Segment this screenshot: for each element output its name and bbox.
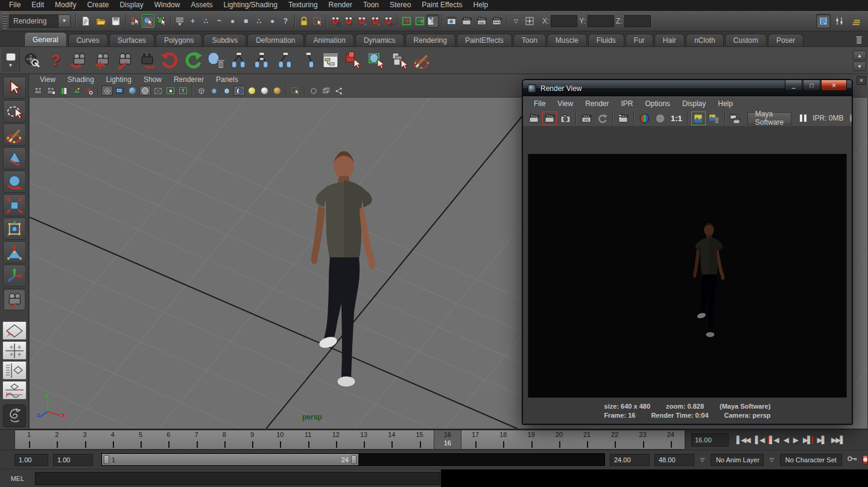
lock-selection-icon[interactable] — [297, 14, 310, 28]
select-curves-mask-icon[interactable]: ~ — [213, 14, 226, 28]
minimize-button[interactable]: – — [785, 80, 802, 91]
attribute-editor-toggle-icon[interactable] — [816, 14, 831, 28]
four-pane-layout-button[interactable] — [2, 341, 27, 360]
highlight-selection-icon[interactable] — [311, 14, 323, 28]
auto-keyframe-toggle-icon[interactable] — [863, 455, 868, 465]
playblast-icon[interactable] — [22, 50, 43, 71]
step-back-one-key[interactable]: ▌◀ — [768, 436, 778, 444]
timeline-frame[interactable]: 9 — [238, 430, 266, 449]
step-forward-one-key[interactable]: ▶▌ — [802, 436, 812, 444]
textured-display-icon[interactable] — [221, 86, 232, 96]
render-view-menu-item[interactable]: Display — [676, 99, 712, 108]
open-render-settings-icon[interactable] — [728, 112, 743, 125]
menu-item[interactable]: Window — [149, 0, 186, 10]
shelf-tab[interactable]: Curves — [68, 34, 108, 46]
safe-action-icon[interactable] — [165, 86, 176, 96]
shelf-tab[interactable]: Fur — [626, 34, 653, 46]
shelf-tab[interactable]: Hair — [654, 34, 685, 46]
gate-mask-icon[interactable] — [139, 86, 151, 96]
camera-zoom-tool-icon[interactable] — [137, 50, 157, 71]
select-object-type-icon[interactable] — [343, 50, 364, 71]
render-view-menu-item[interactable]: Render — [579, 99, 615, 108]
timeline-frame[interactable]: 3 — [71, 430, 99, 449]
time-slider[interactable]: 1234567891011121314151616171819202122232… — [14, 430, 685, 450]
menu-item[interactable]: Edit — [26, 0, 49, 10]
grid-toggle-icon[interactable] — [101, 86, 113, 96]
timeline-frame[interactable]: 17 — [461, 430, 489, 449]
lighting-default-icon[interactable] — [259, 86, 270, 96]
menu-item[interactable]: Display — [114, 0, 148, 10]
anim-layer-selector[interactable]: No Anim Layer — [711, 454, 764, 466]
output-connections-icon[interactable] — [413, 14, 426, 28]
timeline-frame[interactable]: 14 — [378, 430, 405, 449]
x-field[interactable] — [551, 15, 577, 27]
timeline-frame[interactable]: 10 — [266, 430, 294, 449]
select-deformations-mask-icon[interactable]: ■ — [239, 14, 252, 28]
chevron-down-icon[interactable]: ▽ — [768, 457, 775, 463]
timeline-frame[interactable]: 2 — [43, 430, 71, 449]
menu-item[interactable]: Create — [81, 0, 114, 10]
shelf-tab[interactable]: Surfaces — [109, 34, 154, 46]
shelf-tab[interactable]: Deformation — [247, 34, 303, 46]
save-scene-icon[interactable] — [109, 14, 123, 28]
safe-title-icon[interactable]: T — [177, 86, 189, 96]
resolution-gate-icon[interactable] — [127, 86, 138, 96]
paint-effects-brush-icon[interactable] — [412, 50, 432, 71]
playback-range[interactable]: 1 24 — [102, 454, 358, 465]
render-settings-icon[interactable] — [490, 14, 504, 28]
play-forwards-button[interactable]: ▶ — [793, 436, 798, 444]
menu-item[interactable]: Toon — [358, 0, 384, 10]
timeline-frame[interactable]: 5 — [127, 430, 154, 449]
move-tool-icon[interactable] — [3, 147, 26, 169]
render-view-menu-item[interactable]: View — [551, 99, 579, 108]
snap-to-grids-icon[interactable] — [329, 14, 341, 28]
character-model[interactable] — [281, 142, 402, 395]
timeline-frame[interactable]: 6 — [154, 430, 182, 449]
camera-attributes-icon[interactable] — [33, 86, 44, 96]
command-language-toggle[interactable]: MEL — [0, 475, 35, 482]
cluster-icon[interactable] — [297, 50, 318, 71]
menu-item[interactable]: Render — [323, 0, 358, 10]
select-rendering-mask-icon[interactable]: ● — [266, 14, 279, 28]
select-by-component-icon[interactable] — [155, 14, 168, 28]
smooth-shade-display-icon[interactable] — [208, 86, 220, 96]
divider[interactable] — [324, 13, 328, 29]
timeline-frame[interactable]: 19 — [518, 430, 545, 449]
one-to-one-icon[interactable]: 1:1 — [668, 114, 685, 123]
shelf-tab[interactable]: Fluids — [588, 34, 624, 46]
camera-orbit-tool-icon[interactable] — [68, 50, 89, 71]
lighting-flat-icon[interactable] — [271, 86, 283, 96]
timeline-frame[interactable]: 1 — [15, 430, 43, 449]
shelf-tab[interactable]: nCloth — [686, 34, 724, 46]
divider[interactable] — [395, 13, 399, 29]
maximize-button[interactable]: □ — [803, 80, 820, 91]
menu-item[interactable]: Assets — [185, 0, 218, 10]
shelf-tab[interactable]: PaintEffects — [457, 34, 512, 46]
image-plane-icon[interactable] — [71, 86, 82, 96]
divider[interactable] — [440, 13, 444, 29]
joint-tool-icon[interactable] — [229, 50, 249, 71]
render-view-menu-item[interactable]: File — [528, 99, 551, 108]
timeline-frame[interactable]: 11 — [294, 430, 322, 449]
open-render-view-icon[interactable] — [445, 14, 459, 28]
select-dynamics-mask-icon[interactable]: ∴ — [253, 14, 265, 28]
dragon-icon[interactable] — [3, 404, 26, 427]
viewport-menu-item[interactable]: Show — [138, 75, 168, 84]
render-view-window[interactable]: Render View – □ × FileViewRenderIPROptio… — [522, 79, 853, 425]
timeline-frame[interactable]: 20 — [545, 430, 573, 449]
single-pane-layout-button[interactable] — [2, 321, 27, 340]
select-misc-mask-icon[interactable]: ? — [279, 14, 292, 28]
ik-handle-tool-icon[interactable] — [252, 50, 272, 71]
step-forward-one-frame-button[interactable]: ▶▌ — [817, 436, 826, 444]
select-by-hierarchy-icon[interactable] — [128, 14, 141, 28]
shelf-tab[interactable]: Subdivs — [203, 34, 246, 46]
delete-object-icon[interactable] — [206, 50, 226, 71]
render-current-frame-icon[interactable] — [460, 14, 474, 28]
renderer-selector[interactable]: Maya Software — [747, 112, 791, 125]
render-view-menu-item[interactable]: Options — [639, 99, 676, 108]
select-all-mask-icon[interactable]: + — [186, 14, 199, 28]
render-current-frame-icon[interactable] — [527, 112, 541, 125]
character-set-selector[interactable]: No Character Set — [780, 454, 842, 466]
shelf-trash-icon[interactable] — [854, 34, 864, 47]
paint-selection-tool-icon[interactable] — [3, 124, 26, 146]
